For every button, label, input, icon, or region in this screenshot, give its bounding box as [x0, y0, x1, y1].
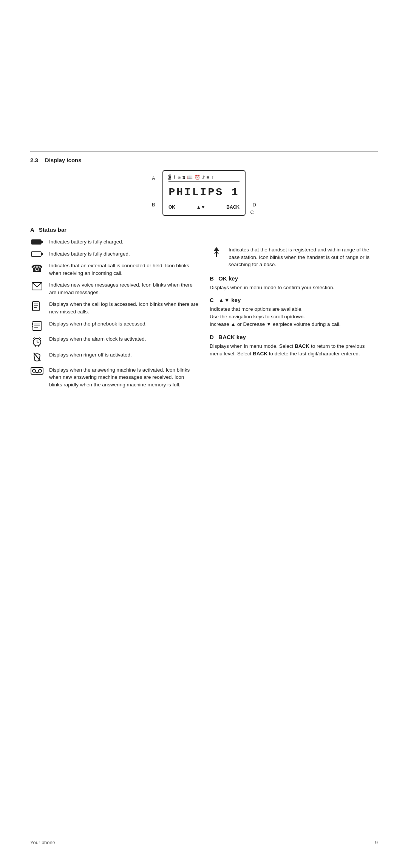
back-key-heading: D BACK key [210, 334, 378, 340]
answering-machine-desc: Displays when the answering machine is a… [49, 366, 198, 389]
envelope-desc: Indicates new voice messages received. I… [49, 281, 198, 296]
svg-rect-1 [41, 241, 43, 243]
phonebook-desc: Displays when the phonebook is accessed. [49, 320, 198, 328]
label-b: B [152, 202, 155, 208]
svg-rect-11 [32, 326, 33, 327]
battery-full-desc: Indicates battery is fully charged. [49, 238, 198, 246]
ringer-desc: Displays when ringer off is activated. [49, 351, 198, 359]
status-bar-letter: A [30, 226, 34, 233]
ok-key-heading: B OK key [210, 275, 378, 282]
ok-key-desc: Displays when in menu mode to confirm yo… [210, 284, 378, 291]
label-c: C [250, 209, 254, 215]
display-ok-btn: OK [168, 205, 175, 210]
footer-left: Your phone [30, 840, 55, 845]
display-book-icon: 📖 [187, 175, 193, 180]
display-signal-icon: ↑ [211, 175, 214, 180]
icon-row-battery-empty: Indicates battery is fully discharged. [30, 250, 198, 258]
calllog-desc: Displays when the call log is accessed. … [49, 301, 198, 315]
svg-line-19 [39, 338, 41, 339]
section-title: Display icons [45, 157, 82, 163]
nav-key-heading: C ▲▼ key [210, 297, 378, 303]
nav-key-letter: C [210, 297, 214, 303]
page: 2.3 Display icons A B C D ▓ ( ✉ ☎ 📖 ⏰ ♪ … [0, 0, 408, 868]
display-main-text: PHILIPS 1 [168, 183, 240, 202]
display-back-btn: BACK [226, 205, 240, 210]
svg-rect-0 [31, 240, 41, 244]
section-header: 2.3 Display icons [30, 151, 378, 163]
battery-full-icon [31, 239, 43, 245]
display-phone-icon: ( [173, 175, 176, 180]
svg-line-18 [33, 338, 35, 339]
envelope-icon [32, 282, 42, 290]
envelope-icon-cell [30, 282, 44, 290]
display-battery-icon: ▓ [168, 175, 172, 180]
display-diagram: A B C D ▓ ( ✉ ☎ 📖 ⏰ ♪ ⊟ ↑ PHILIPS 1 [30, 170, 378, 216]
left-column: A Status bar Indicates battery is fully … [30, 226, 198, 393]
alarm-desc: Displays when the alarm clock is activat… [49, 335, 198, 343]
content-area: A Status bar Indicates battery is fully … [30, 226, 378, 393]
icon-row-phone: ☎ Indicates that an external call is con… [30, 262, 198, 277]
back-key-desc: Displays when in menu mode. Select BACK … [210, 343, 378, 358]
nav-key-desc: Indicates that more options are availabl… [210, 305, 378, 329]
signal-desc: Indicates that the handset is registered… [229, 246, 378, 268]
status-bar-heading: A Status bar [30, 226, 198, 233]
label-d: D [253, 202, 256, 208]
phonebook-icon [31, 321, 43, 331]
display-buttons: OK ▲▼ BACK [168, 202, 240, 210]
battery-empty-desc: Indicates battery is fully discharged. [49, 250, 198, 258]
display-alarm-icon: ⏰ [195, 175, 201, 180]
section-number: 2.3 [30, 157, 38, 163]
battery-full-icon-cell [30, 239, 44, 245]
signal-icon [213, 247, 220, 257]
display-screen: ▓ ( ✉ ☎ 📖 ⏰ ♪ ⊟ ↑ PHILIPS 1 OK ▲▼ BACK [162, 170, 246, 216]
icon-row-alarm: Displays when the alarm clock is activat… [30, 335, 198, 347]
phone-handset-desc: Indicates that an external call is conne… [49, 262, 198, 277]
icon-row-phonebook: Displays when the phonebook is accessed. [30, 320, 198, 331]
alarm-icon [32, 336, 42, 347]
signal-icon-cell [210, 247, 223, 257]
back-key-letter: D [210, 334, 214, 340]
page-footer: Your phone 9 [30, 840, 378, 845]
svg-rect-2 [31, 252, 41, 256]
svg-point-25 [39, 369, 42, 372]
label-a: A [152, 175, 155, 181]
answering-machine-icon-cell [30, 367, 44, 375]
key-section-nav: C ▲▼ key Indicates that more options are… [210, 297, 378, 329]
phone-handset-icon: ☎ [31, 263, 43, 274]
display-answer-icon: ⊟ [207, 175, 210, 180]
display-status-bar: ▓ ( ✉ ☎ 📖 ⏰ ♪ ⊟ ↑ [168, 175, 240, 182]
footer-right: 9 [375, 840, 378, 845]
ok-key-title: OK key [218, 275, 238, 282]
key-section-ok: B OK key Displays when in menu mode to c… [210, 275, 378, 291]
diagram-wrapper: A B C D ▓ ( ✉ ☎ 📖 ⏰ ♪ ⊟ ↑ PHILIPS 1 [162, 170, 246, 216]
status-bar-title: Status bar [39, 226, 66, 233]
display-nav-btn: ▲▼ [196, 205, 206, 210]
ok-key-letter: B [210, 275, 214, 282]
key-section-back: D BACK key Displays when in menu mode. S… [210, 334, 378, 358]
icon-row-answering: Displays when the answering machine is a… [30, 366, 198, 389]
ringer-icon-cell [30, 352, 44, 362]
display-envelope-icon: ✉ [178, 175, 181, 180]
back-key-title: BACK key [218, 334, 246, 340]
ringer-off-icon [33, 352, 41, 362]
calllog-icon-cell [30, 301, 44, 311]
svg-point-24 [32, 369, 36, 372]
svg-rect-3 [41, 253, 43, 255]
call-log-icon [32, 301, 42, 311]
icon-row-ringer: Displays when ringer off is activated. [30, 351, 198, 362]
answering-machine-icon [31, 367, 43, 375]
icon-row-calllog: Displays when the call log is accessed. … [30, 301, 198, 315]
battery-empty-icon [31, 251, 43, 257]
svg-rect-10 [32, 323, 33, 325]
display-calllog-icon: ☎ [182, 175, 185, 180]
right-column: Indicates that the handset is registered… [210, 226, 378, 393]
alarm-icon-cell [30, 336, 44, 347]
icon-row-battery-full: Indicates battery is fully charged. [30, 238, 198, 246]
icon-row-signal: Indicates that the handset is registered… [210, 246, 378, 268]
nav-key-title: ▲▼ key [218, 297, 241, 303]
display-ringer-icon: ♪ [202, 175, 205, 180]
icon-row-envelope: Indicates new voice messages received. I… [30, 281, 198, 296]
phone-handset-icon-cell: ☎ [30, 263, 44, 274]
battery-empty-icon-cell [30, 251, 44, 257]
phonebook-icon-cell [30, 321, 44, 331]
